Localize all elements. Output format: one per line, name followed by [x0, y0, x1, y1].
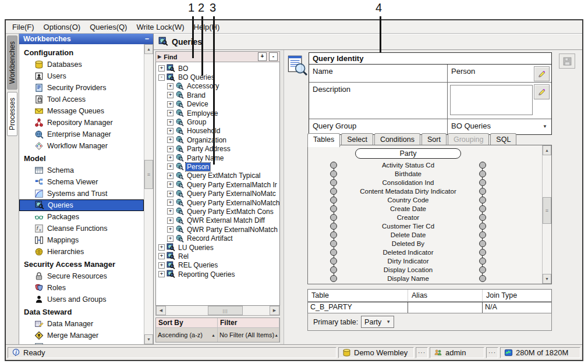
expand-plus-icon[interactable]: +: [158, 65, 165, 72]
sidebar-item-packages[interactable]: Packages: [19, 211, 144, 223]
sidebar-item-merge-manager[interactable]: Merge Manager: [19, 330, 144, 341]
expand-plus-icon[interactable]: +: [158, 271, 165, 277]
description-field[interactable]: [450, 85, 533, 115]
expand-plus-icon[interactable]: +: [167, 83, 173, 90]
chevron-down-icon[interactable]: [386, 319, 391, 324]
sidebar-item-users[interactable]: Users: [19, 70, 144, 82]
tab-conditions[interactable]: Conditions: [374, 133, 420, 146]
sidebar-item-secure-resources[interactable]: Secure Resources: [19, 270, 144, 282]
field-connector-right[interactable]: [479, 162, 486, 169]
field-connector-left[interactable]: [330, 266, 337, 273]
field-connector-left[interactable]: [330, 205, 337, 212]
menu-options[interactable]: Options(O): [39, 22, 86, 33]
scroll-down-icon[interactable]: [144, 334, 153, 344]
tree-node-lu-queries[interactable]: +LU Queries: [156, 243, 279, 252]
field-connector-right[interactable]: [479, 197, 486, 204]
field-connector-right[interactable]: [479, 266, 486, 273]
field-connector-right[interactable]: [479, 170, 486, 177]
edit-name-button[interactable]: [534, 66, 550, 81]
fields-scrollbar[interactable]: [542, 145, 551, 284]
field-connector-left[interactable]: [330, 214, 337, 221]
scroll-up-icon[interactable]: [144, 44, 153, 54]
vertical-tab-workbenches[interactable]: Workbenches: [7, 35, 17, 90]
tree-expand-all-button[interactable]: +: [258, 52, 267, 61]
tree-node-party-address[interactable]: +Party Address: [156, 145, 279, 154]
field-connector-left[interactable]: [330, 275, 337, 282]
tab-sql[interactable]: SQL: [490, 133, 516, 146]
sort-by-dropdown[interactable]: Ascending (a-z): [156, 328, 218, 342]
expand-plus-icon[interactable]: +: [167, 163, 173, 170]
expand-plus-icon[interactable]: +: [167, 128, 173, 134]
field-connector-right[interactable]: [479, 205, 486, 212]
tree-node-reporting-queries[interactable]: +Reporting Queries: [156, 270, 279, 279]
tree-node-query-party-externalnomatch[interactable]: +Query Party ExternalNoMatch: [156, 198, 279, 207]
expand-plus-icon[interactable]: +: [158, 244, 165, 251]
scroll-left-icon[interactable]: [156, 306, 166, 315]
sidebar-item-data-manager[interactable]: Data Manager: [19, 318, 144, 330]
collapse-minus-icon[interactable]: -: [158, 74, 165, 81]
expand-plus-icon[interactable]: +: [167, 226, 173, 233]
field-connector-right[interactable]: [479, 223, 486, 230]
expand-plus-icon[interactable]: +: [167, 199, 173, 206]
tree-node-brand[interactable]: +Brand: [156, 91, 279, 99]
scroll-up-icon[interactable]: [543, 145, 551, 155]
filter-dropdown[interactable]: No Filter (All Items): [218, 328, 279, 342]
sidebar-item-systems-and-trust[interactable]: Systems and Trust: [19, 188, 144, 199]
edit-description-button[interactable]: [534, 84, 550, 99]
sidebar-scroll-thumb[interactable]: [144, 160, 153, 189]
find-expand-icon[interactable]: ▶: [158, 54, 161, 59]
field-connector-right[interactable]: [479, 258, 486, 265]
table-row[interactable]: C_B_PARTYN/A: [308, 302, 551, 313]
column-header-join-type[interactable]: Join Type: [483, 290, 551, 301]
tree-node-group[interactable]: +Group: [156, 117, 279, 126]
panel-divider[interactable]: [280, 50, 284, 344]
tree-node-employee[interactable]: +Employee: [156, 109, 279, 117]
expand-plus-icon[interactable]: +: [167, 155, 173, 161]
tree-node-household[interactable]: +Household: [156, 127, 279, 135]
tree-node-organization[interactable]: +Organization: [156, 135, 279, 144]
menu-queries[interactable]: Queries(Q): [85, 22, 132, 33]
expand-plus-icon[interactable]: +: [167, 92, 173, 98]
tree-node-party-name[interactable]: +Party Name: [156, 154, 279, 162]
expand-plus-icon[interactable]: +: [167, 235, 173, 242]
expand-plus-icon[interactable]: +: [158, 253, 165, 259]
sidebar-item-message-queues[interactable]: Message Queues: [19, 105, 144, 117]
sidebar-item-repository-manager[interactable]: Repository Manager: [19, 117, 144, 129]
tree-scroll-track[interactable]: [166, 306, 270, 315]
expand-plus-icon[interactable]: +: [167, 173, 173, 179]
expand-plus-icon[interactable]: +: [167, 217, 173, 224]
sidebar-item-queries[interactable]: Queries: [19, 199, 144, 211]
chevron-down-icon[interactable]: [543, 124, 547, 129]
tree-collapse-all-button[interactable]: -: [269, 52, 278, 61]
find-bar[interactable]: ▶ Find + -: [155, 51, 280, 62]
sidebar-item-schema-viewer[interactable]: Schema Viewer: [19, 176, 144, 188]
fields-scroll-thumb[interactable]: [543, 197, 551, 224]
tree-node-qwr-party-externalnomatch[interactable]: +QWR Party ExternalNoMatch: [156, 225, 279, 234]
sidebar-item-schema[interactable]: Schema: [19, 165, 144, 176]
tree-node-rel[interactable]: +Rel: [156, 252, 279, 260]
tree-node-query-party-externalnomatc[interactable]: +Query Party ExternalNoMatc: [156, 189, 279, 198]
field-connector-left[interactable]: [330, 197, 337, 204]
field-connector-left[interactable]: [330, 179, 337, 186]
expand-plus-icon[interactable]: +: [167, 146, 173, 152]
expand-plus-icon[interactable]: +: [167, 137, 173, 143]
tree-node-accessory[interactable]: +Accessory: [156, 82, 279, 91]
expand-plus-icon[interactable]: +: [167, 208, 173, 215]
tree-node-person[interactable]: +Person: [156, 162, 279, 171]
expand-plus-icon[interactable]: +: [167, 101, 173, 108]
field-connector-right[interactable]: [479, 240, 486, 247]
fields-scroll-track[interactable]: [543, 155, 551, 274]
sidebar-item-security-providers[interactable]: Security Providers: [19, 82, 144, 94]
sidebar-item-cleanse-functions[interactable]: fxCleanse Functions: [19, 223, 144, 234]
field-connector-right[interactable]: [479, 179, 486, 186]
tree-node-rel-queries[interactable]: +REL Queries: [156, 261, 279, 270]
tree-node-query-extmatch-typical[interactable]: +Query ExtMatch Typical: [156, 172, 279, 180]
tree-horizontal-scrollbar[interactable]: [155, 306, 280, 316]
field-connector-right[interactable]: [479, 214, 486, 221]
tree-node-bo-queries[interactable]: -BO Queries: [156, 73, 279, 81]
tree-node-query-party-externalmatch-ir[interactable]: +Query Party ExternalMatch Ir: [156, 180, 279, 189]
sort-ascending-icon[interactable]: [211, 333, 215, 337]
field-connector-left[interactable]: [330, 188, 337, 195]
field-connector-right[interactable]: [479, 188, 486, 195]
expand-plus-icon[interactable]: +: [167, 110, 173, 116]
